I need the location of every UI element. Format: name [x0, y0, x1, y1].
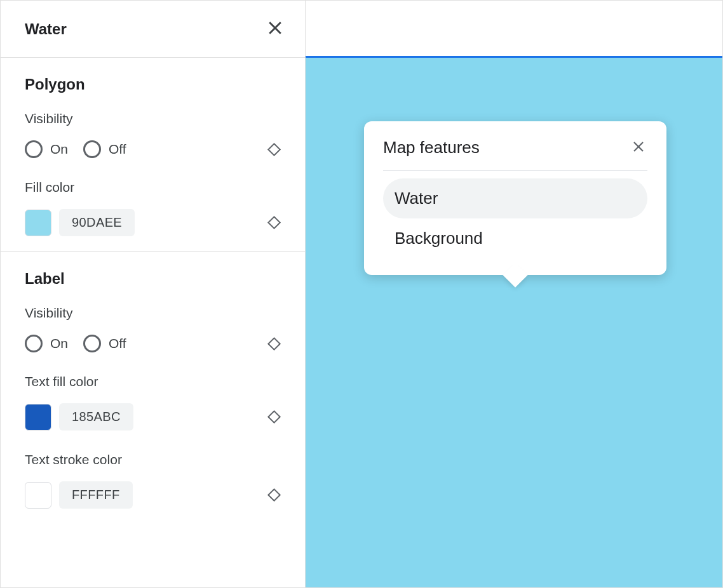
label-text-fill-group: Text fill color 185ABC	[25, 374, 281, 431]
sidebar-title: Water	[25, 20, 67, 38]
polygon-section-title: Polygon	[25, 76, 281, 93]
radio-icon	[25, 140, 43, 158]
popover-header: Map features	[383, 138, 647, 171]
radio-icon	[25, 335, 43, 352]
style-sidebar: Water Polygon Visibility On Off	[1, 1, 306, 587]
label-visibility-label: Visibility	[25, 305, 281, 321]
preview-topbar	[306, 1, 722, 58]
popover-item-background[interactable]: Background	[383, 218, 647, 258]
close-sidebar-button[interactable]	[263, 16, 287, 42]
label-text-fill-swatch[interactable]	[25, 404, 51, 431]
sidebar-header: Water	[1, 1, 305, 58]
label-text-fill-hex[interactable]: 185ABC	[59, 403, 133, 431]
map-canvas[interactable]: Map features Water Background	[306, 58, 722, 587]
polygon-visibility-label: Visibility	[25, 111, 281, 126]
popover-item-water[interactable]: Water	[383, 178, 647, 218]
close-icon	[631, 139, 646, 154]
map-features-popover: Map features Water Background	[364, 121, 666, 275]
polygon-visibility-on[interactable]: On	[25, 140, 77, 158]
polygon-fill-reset[interactable]	[267, 216, 281, 230]
label-visibility-reset[interactable]	[267, 337, 281, 351]
label-text-stroke-group: Text stroke color FFFFFF	[25, 452, 281, 509]
radio-off-label: Off	[109, 142, 126, 157]
polygon-visibility-off[interactable]: Off	[83, 140, 135, 158]
label-section: Label Visibility On Off	[1, 252, 305, 524]
polygon-fill-group: Fill color 90DAEE	[25, 180, 281, 236]
popover-close-button[interactable]	[630, 138, 647, 157]
diamond-icon	[267, 337, 280, 350]
diamond-icon	[267, 216, 280, 229]
diamond-icon	[267, 488, 280, 502]
label-text-fill-reset[interactable]	[267, 410, 281, 424]
popover-title: Map features	[383, 138, 480, 157]
label-visibility-group: Visibility On Off	[25, 305, 281, 352]
map-preview-pane: Map features Water Background	[306, 1, 722, 587]
label-text-stroke-hex[interactable]: FFFFFF	[59, 481, 133, 509]
label-text-stroke-reset[interactable]	[267, 488, 281, 502]
polygon-visibility-reset[interactable]	[267, 142, 281, 156]
radio-off-label: Off	[109, 336, 126, 351]
diamond-icon	[267, 410, 280, 424]
label-section-title: Label	[25, 270, 281, 288]
polygon-fill-label: Fill color	[25, 180, 281, 195]
polygon-visibility-group: Visibility On Off	[25, 111, 281, 158]
polygon-fill-swatch[interactable]	[25, 210, 51, 236]
radio-icon	[83, 140, 101, 158]
polygon-fill-hex[interactable]: 90DAEE	[59, 209, 135, 236]
label-text-stroke-label: Text stroke color	[25, 452, 281, 467]
radio-on-label: On	[50, 142, 68, 157]
label-visibility-on[interactable]: On	[25, 335, 77, 352]
label-text-fill-label: Text fill color	[25, 374, 281, 389]
radio-on-label: On	[50, 336, 68, 351]
radio-icon	[83, 335, 101, 352]
diamond-icon	[267, 142, 280, 156]
polygon-section: Polygon Visibility On Off	[1, 58, 305, 252]
label-visibility-off[interactable]: Off	[83, 335, 135, 352]
label-text-stroke-swatch[interactable]	[25, 482, 51, 509]
close-icon	[266, 18, 285, 37]
